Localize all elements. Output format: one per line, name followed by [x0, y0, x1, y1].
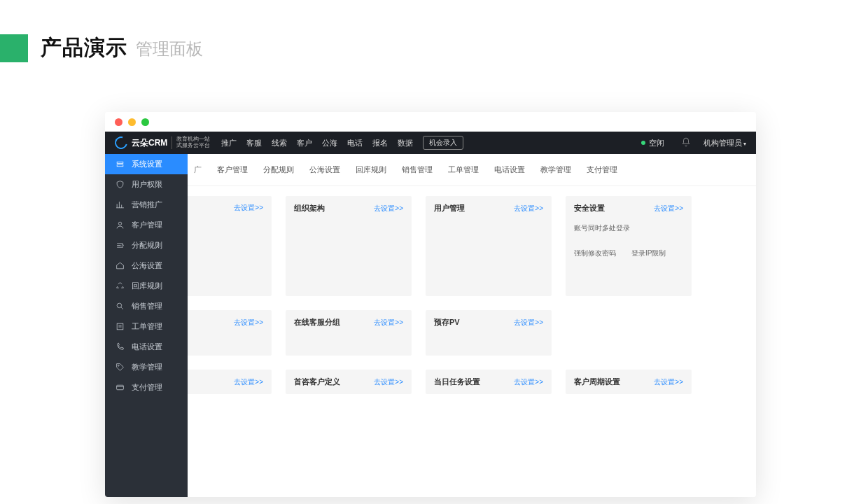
go-settings-link[interactable]: 去设置>>	[374, 318, 403, 328]
go-settings-link[interactable]: 去设置>>	[514, 318, 543, 328]
sub-tab[interactable]: 电话设置	[488, 161, 531, 178]
maximize-dot[interactable]	[141, 118, 149, 126]
card-row: 则去设置>>首咨客户定义去设置>>当日任务设置去设置>>客户周期设置去设置>>	[188, 370, 756, 394]
card-title: 客户周期设置	[574, 377, 620, 387]
sub-tab[interactable]: 教学管理	[534, 161, 578, 178]
settings-icon	[115, 160, 125, 169]
user-icon	[115, 220, 125, 230]
svg-point-4	[117, 303, 122, 308]
sub-tab[interactable]: 公海设置	[303, 161, 346, 178]
go-settings-link[interactable]: 去设置>>	[514, 204, 543, 214]
sub-tab[interactable]: 客户管理	[211, 161, 254, 178]
sidebar-item[interactable]: 支付管理	[105, 377, 188, 398]
brand: 云朵CRM 教育机构一站 式服务云平台	[115, 136, 210, 149]
sidebar-item[interactable]: 营销推广	[105, 195, 188, 215]
settings-card: 客户周期设置去设置>>	[566, 370, 692, 394]
content-area: 广客户管理分配规则公海设置回库规则销售管理工单管理电话设置教学管理支付管理 去设…	[188, 154, 756, 497]
brand-logo-icon	[113, 134, 130, 152]
rule-icon	[115, 241, 125, 251]
go-settings-link[interactable]: 去设置>>	[234, 203, 263, 213]
card-row: 去设置>>组织架构去设置>>用户管理去设置>>安全设置去设置>>账号同时多处登录…	[188, 196, 756, 296]
card-title: 用户管理	[434, 203, 465, 214]
chart-icon	[115, 200, 125, 210]
sidebar-item[interactable]: 销售管理	[105, 296, 188, 316]
brand-tagline: 教育机构一站 式服务云平台	[172, 136, 210, 149]
sub-tab[interactable]: 销售管理	[396, 161, 439, 178]
ticket-icon	[115, 322, 125, 332]
sidebar-item[interactable]: 公海设置	[105, 255, 188, 276]
sidebar-item[interactable]: 回库规则	[105, 276, 188, 296]
sub-tab[interactable]: 工单管理	[442, 161, 485, 178]
go-settings-link[interactable]: 去设置>>	[374, 204, 403, 214]
svg-point-3	[122, 244, 123, 246]
sidebar-item-label: 电话设置	[132, 342, 162, 352]
go-settings-link[interactable]: 去设置>>	[654, 377, 683, 387]
record-button[interactable]: 机会录入	[423, 136, 463, 150]
go-settings-link[interactable]: 去设置>>	[514, 377, 543, 387]
bell-icon[interactable]	[681, 137, 691, 148]
sidebar-item-label: 系统设置	[132, 159, 162, 169]
sidebar-item-label: 公海设置	[132, 260, 162, 271]
card-row: 置去设置>>在线客服分组去设置>>预存PV去设置>>	[188, 310, 756, 356]
sidebar: 系统设置用户权限营销推广客户管理分配规则公海设置回库规则销售管理工单管理电话设置…	[105, 154, 188, 497]
sub-tab[interactable]: 回库规则	[349, 161, 393, 178]
close-dot[interactable]	[115, 118, 122, 126]
app-body: 系统设置用户权限营销推广客户管理分配规则公海设置回库规则销售管理工单管理电话设置…	[105, 154, 756, 497]
sidebar-item-label: 工单管理	[132, 321, 162, 332]
settings-card: 组织架构去设置>>	[286, 196, 412, 296]
card-title: 安全设置	[574, 203, 605, 214]
top-nav-item[interactable]: 客服	[246, 138, 262, 148]
status-text: 空闲	[649, 138, 664, 148]
settings-card: 在线客服分组去设置>>	[286, 310, 412, 356]
top-nav-item[interactable]: 推广	[221, 138, 237, 148]
sidebar-item[interactable]: 分配规则	[105, 235, 188, 255]
top-nav-item[interactable]: 客户	[297, 138, 312, 148]
sidebar-item[interactable]: 教学管理	[105, 357, 188, 377]
top-nav: 推广客服线索客户公海电话报名数据	[221, 138, 413, 148]
card-title: 预存PV	[434, 317, 460, 328]
user-menu[interactable]: 机构管理员▾	[704, 138, 746, 148]
top-nav-item[interactable]: 公海	[322, 138, 337, 148]
top-nav-item[interactable]: 数据	[398, 138, 413, 148]
go-settings-link[interactable]: 去设置>>	[374, 377, 403, 387]
go-settings-link[interactable]: 去设置>>	[654, 204, 683, 214]
settings-card: 当日任务设置去设置>>	[426, 370, 552, 394]
sidebar-item[interactable]: 电话设置	[105, 337, 188, 357]
sub-tab[interactable]: 分配规则	[257, 161, 300, 178]
app-window: 云朵CRM 教育机构一站 式服务云平台 推广客服线索客户公海电话报名数据 机会录…	[105, 112, 756, 497]
card-title: 首咨客户定义	[294, 377, 340, 387]
card-title: 组织架构	[294, 203, 325, 214]
settings-card: 去设置>>	[188, 196, 272, 296]
cards-wrap: 去设置>>组织架构去设置>>用户管理去设置>>安全设置去设置>>账号同时多处登录…	[188, 186, 756, 394]
svg-rect-7	[116, 385, 123, 390]
sidebar-item[interactable]: 客户管理	[105, 215, 188, 235]
settings-card: 则去设置>>	[188, 370, 272, 394]
heading-main: 产品演示	[41, 36, 127, 59]
recycle-icon	[115, 281, 125, 291]
svg-rect-0	[117, 162, 123, 163]
tag-icon	[115, 363, 125, 372]
card-title: 在线客服分组	[294, 317, 340, 328]
top-nav-item[interactable]: 电话	[347, 138, 363, 148]
phone-icon	[115, 342, 125, 352]
sidebar-item[interactable]: 用户权限	[105, 174, 188, 195]
svg-point-6	[118, 365, 119, 367]
svg-point-2	[118, 222, 121, 225]
go-settings-link[interactable]: 去设置>>	[234, 318, 263, 328]
card-title: 当日任务设置	[434, 377, 480, 387]
go-settings-link[interactable]: 去设置>>	[234, 377, 263, 387]
sidebar-item[interactable]: 工单管理	[105, 316, 188, 337]
sidebar-item-label: 支付管理	[132, 382, 162, 393]
top-nav-item[interactable]: 报名	[372, 138, 388, 148]
sub-tab[interactable]: 支付管理	[580, 161, 624, 178]
top-nav-item[interactable]: 线索	[272, 138, 287, 148]
sub-tab[interactable]: 广	[188, 161, 208, 178]
sidebar-item[interactable]: 系统设置	[105, 154, 188, 174]
sidebar-item-label: 教学管理	[132, 362, 162, 372]
tab-row: 广客户管理分配规则公海设置回库规则销售管理工单管理电话设置教学管理支付管理	[188, 154, 756, 186]
sidebar-item-label: 营销推广	[132, 200, 162, 210]
settings-card: 安全设置去设置>>账号同时多处登录强制修改密码登录IP限制	[566, 196, 692, 296]
minimize-dot[interactable]	[128, 118, 136, 126]
svg-rect-5	[117, 323, 123, 330]
accent-block	[0, 34, 28, 62]
